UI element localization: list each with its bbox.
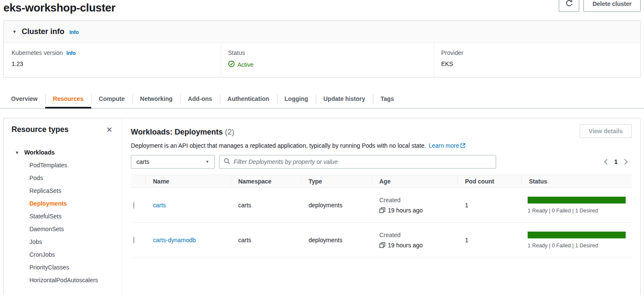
delete-cluster-button[interactable]: Delete cluster: [583, 0, 641, 12]
cluster-info-title: Cluster info: [22, 27, 64, 36]
page-title: eks-workshop-cluster: [3, 0, 641, 15]
tab-tags[interactable]: Tags: [373, 90, 402, 108]
filter-dropdown[interactable]: carts ▼: [131, 155, 215, 169]
tree-group-label: Workloads: [24, 149, 55, 156]
status-value: Active: [237, 61, 254, 68]
chevron-down-icon: ▼: [205, 160, 209, 164]
status-cell: 1 Ready | 0 Failed | 1 Desired: [521, 232, 632, 249]
select-all-column: [131, 175, 145, 187]
namespace-cell: carts: [231, 237, 301, 244]
table-header-row: Name Namespace Type Age Pod count Status: [131, 175, 632, 188]
kubernetes-version-field: Kubernetes version Info 1.23: [4, 43, 221, 77]
sidebar-item-replicasets[interactable]: ReplicaSets: [29, 184, 113, 197]
table-row: carts-dynamodb carts deployments Created…: [131, 223, 632, 258]
provider-value: EKS: [441, 60, 633, 67]
copy-icon[interactable]: [379, 207, 385, 213]
collapse-triangle-icon[interactable]: ▼: [12, 29, 17, 34]
next-page-icon[interactable]: [624, 158, 628, 165]
tab-update-history[interactable]: Update history: [316, 90, 373, 108]
cluster-info-body: Kubernetes version Info 1.23 Status Acti…: [4, 43, 640, 77]
tab-logging[interactable]: Logging: [277, 90, 316, 108]
column-header-type: Type: [301, 175, 372, 187]
header-actions: Delete cluster: [559, 0, 641, 12]
tab-authentication[interactable]: Authentication: [220, 90, 277, 108]
namespace-cell: carts: [231, 202, 301, 209]
current-page-number[interactable]: 1: [614, 158, 618, 165]
provider-field: Provider EKS: [434, 43, 640, 77]
external-link-icon: [460, 143, 465, 149]
sidebar-item-horizontalpodautoscalers[interactable]: HorizontalPodAutoscalers: [29, 274, 113, 287]
page-header: eks-workshop-cluster Delete cluster: [0, 0, 644, 17]
status-check-icon: [228, 60, 235, 69]
tab-overview[interactable]: Overview: [3, 90, 45, 108]
resource-types-sidebar: Resource types ✕ ▼ Workloads PodTemplate…: [4, 118, 122, 295]
sidebar-item-cronjobs[interactable]: CronJobs: [29, 248, 113, 261]
age-created-label: Created: [379, 232, 457, 238]
copy-icon[interactable]: [379, 242, 385, 248]
previous-page-icon[interactable]: [604, 158, 608, 165]
resource-tree: ▼ Workloads PodTemplates Pods ReplicaSet…: [12, 146, 113, 287]
deployments-count: (2): [225, 128, 234, 136]
status-progress-bar: [528, 197, 626, 203]
column-header-age: Age: [372, 175, 457, 187]
tab-add-ons[interactable]: Add-ons: [180, 90, 220, 108]
tab-resources[interactable]: Resources: [45, 90, 91, 108]
status-label: Status: [228, 49, 245, 56]
table-row: carts carts deployments Created 19 hours…: [131, 188, 632, 223]
column-header-namespace: Namespace: [231, 175, 301, 187]
sidebar-item-daemonsets[interactable]: DaemonSets: [29, 223, 113, 235]
sidebar-item-jobs[interactable]: Jobs: [29, 235, 113, 248]
pod-count-cell: 1: [457, 237, 521, 244]
row-select-radio[interactable]: [133, 201, 134, 209]
column-header-name: Name: [145, 175, 231, 187]
tree-group-workloads[interactable]: ▼ Workloads: [12, 146, 113, 159]
deployment-name-link[interactable]: carts-dynamodb: [153, 237, 196, 244]
search-input[interactable]: [234, 158, 491, 165]
status-cell: 1 Ready | 0 Failed | 1 Desired: [521, 197, 632, 214]
age-value: 19 hours ago: [388, 242, 423, 249]
learn-more-link[interactable]: Learn more: [429, 142, 459, 149]
sidebar-item-statefulsets[interactable]: StatefulSets: [29, 210, 113, 223]
age-value: 19 hours ago: [388, 207, 423, 214]
search-icon: [224, 158, 230, 166]
cluster-info-header: ▼ Cluster info Info: [4, 21, 640, 43]
deployments-description: Deployment is an API object that manages…: [131, 142, 632, 149]
kubernetes-version-info-link[interactable]: Info: [66, 50, 76, 56]
row-select-radio[interactable]: [133, 236, 134, 244]
deployments-title: Workloads: Deployments (2): [131, 124, 234, 137]
status-field: Status Active: [221, 43, 434, 77]
group-collapse-triangle-icon: ▼: [15, 150, 19, 155]
sidebar-item-deployments[interactable]: Deployments: [29, 197, 113, 210]
pagination: 1: [604, 158, 632, 165]
deployment-name-link[interactable]: carts: [153, 202, 166, 209]
pod-count-cell: 1: [457, 202, 521, 209]
tab-networking[interactable]: Networking: [133, 90, 180, 108]
type-cell: deployments: [301, 202, 372, 209]
cluster-info-card: ▼ Cluster info Info Kubernetes version I…: [3, 20, 641, 77]
refresh-button[interactable]: [559, 0, 579, 12]
tab-compute[interactable]: Compute: [91, 90, 133, 108]
close-icon[interactable]: ✕: [106, 126, 113, 134]
sidebar-item-podtemplates[interactable]: PodTemplates: [29, 159, 113, 172]
sidebar-item-priorityclasses[interactable]: PriorityClasses: [29, 261, 113, 274]
kubernetes-version-label: Kubernetes version: [12, 49, 63, 56]
provider-label: Provider: [441, 49, 463, 56]
kubernetes-version-value: 1.23: [12, 60, 214, 67]
age-created-label: Created: [379, 197, 457, 203]
cluster-info-info-link[interactable]: Info: [69, 29, 79, 35]
deployments-main: Workloads: Deployments (2) View details …: [122, 118, 640, 295]
view-details-button[interactable]: View details: [580, 124, 632, 138]
deployments-table: Name Namespace Type Age Pod count Status…: [131, 175, 632, 258]
age-cell: Created 19 hours ago: [372, 232, 457, 249]
column-header-status: Status: [521, 175, 632, 187]
resources-panel: Resource types ✕ ▼ Workloads PodTemplate…: [3, 118, 641, 295]
sidebar-title: Resource types: [12, 125, 69, 134]
status-text: 1 Ready | 0 Failed | 1 Desired: [528, 208, 626, 214]
status-progress-bar: [528, 232, 626, 238]
filter-row: carts ▼ 1: [131, 155, 632, 169]
refresh-icon: [565, 0, 573, 9]
tab-bar: Overview Resources Compute Networking Ad…: [0, 90, 644, 109]
type-cell: deployments: [301, 237, 372, 244]
sidebar-item-pods[interactable]: Pods: [29, 172, 113, 184]
age-cell: Created 19 hours ago: [372, 197, 457, 214]
